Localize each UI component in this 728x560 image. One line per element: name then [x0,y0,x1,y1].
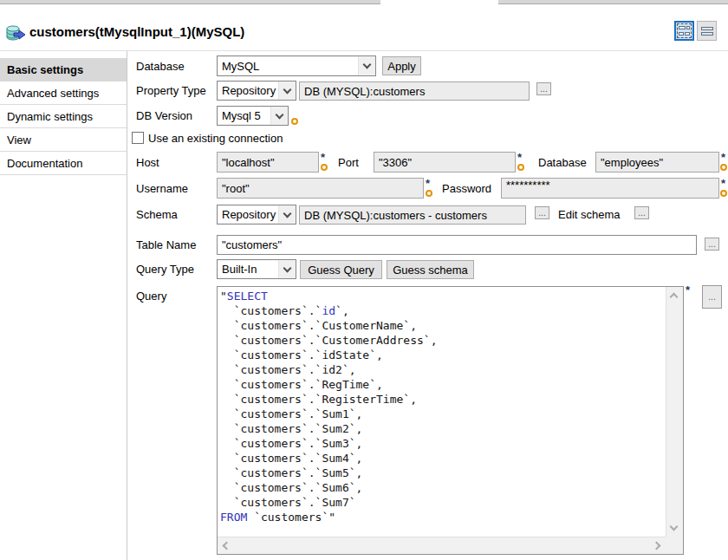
layout-table-toggle[interactable] [697,21,717,41]
schema-select[interactable]: Repository [217,205,296,225]
chevron-down-icon [278,260,296,278]
chevron-down-icon [278,81,296,100]
lightbulb-icon [321,164,328,171]
property-type-label: Property Type [136,81,206,101]
db-version-select-value: Mysql 5 [218,107,270,125]
username-label: Username [136,178,188,199]
apply-button[interactable]: Apply [382,56,421,75]
database-name-required-marker: * [721,152,725,163]
header-separator [0,50,728,51]
lightbulb-icon [720,190,727,197]
sidebar-item-basic-settings[interactable]: Basic settings [0,58,127,81]
schema-repository-value: DB (MYSQL):customers - customers [304,209,487,222]
password-required-marker: * [721,178,725,189]
guess-schema-button[interactable]: Guess schema [387,260,474,279]
port-value: "3306" [379,156,412,169]
scroll-down-icon[interactable] [670,523,679,531]
sidebar-item-label: View [7,133,31,147]
component-settings-panel: customers(tMysqlInput_1)(MySQL) Basic se… [0,0,728,560]
database-name-value: "employees" [601,156,663,169]
sidebar-item-advanced-settings[interactable]: Advanced settings [0,81,127,105]
username-field[interactable]: "root" [217,178,424,199]
chevron-down-icon [358,56,375,75]
query-text[interactable]: "SELECT `customers`.`id`, `customers`.`C… [218,287,666,537]
username-required-marker: * [426,178,430,189]
host-required-marker: * [321,152,325,163]
grid-layout-icon [679,26,690,36]
lightbulb-icon [291,118,298,125]
sidebar-item-view[interactable]: View [0,128,127,152]
property-repository-browse-button[interactable]: ... [536,82,551,95]
database-label: Database [136,55,185,76]
database-select[interactable]: MySQL [217,55,376,76]
guess-query-button[interactable]: Guess Query [300,260,382,279]
host-value: "localhost" [222,156,275,169]
table-name-field[interactable]: "customers" [217,235,697,255]
scroll-up-icon[interactable] [670,293,679,302]
component-icon [6,25,26,42]
sidebar-item-label: Basic settings [7,63,83,76]
scrollbar-corner [666,537,683,554]
schema-label: Schema [136,205,178,225]
query-horizontal-scrollbar[interactable] [218,537,666,554]
port-field[interactable]: "3306" [374,152,516,173]
edit-schema-button[interactable]: ... [634,206,649,219]
query-label: Query [136,286,166,305]
sidebar-item-dynamic-settings[interactable]: Dynamic settings [0,105,127,128]
query-vertical-scrollbar[interactable] [666,287,683,537]
query-type-label: Query Type [136,259,194,279]
database-name-field[interactable]: "employees" [595,152,719,173]
port-label: Port [338,152,359,173]
table-name-browse-button[interactable]: ... [705,238,719,251]
lightbulb-icon [426,190,432,197]
db-version-label: DB Version [136,106,192,126]
schema-repository-field[interactable]: DB (MYSQL):customers - customers [299,205,526,225]
table-layout-icon [701,27,713,36]
password-value: ********** [506,179,550,192]
property-repository-field[interactable]: DB (MYSQL):customers [299,81,530,101]
host-field[interactable]: "localhost" [217,152,319,173]
sidebar-item-documentation[interactable]: Documentation [0,152,127,175]
page-title: customers(tMysqlInput_1)(MySQL) [29,24,244,39]
top-tab-strip-left [0,0,380,4]
table-name-value: "customers" [222,238,282,251]
username-value: "root" [222,182,250,195]
query-type-select-value: Built-In [218,260,278,278]
scroll-left-icon[interactable] [223,542,231,550]
database-select-value: MySQL [218,56,358,75]
scroll-right-icon[interactable] [653,542,661,550]
schema-select-value: Repository [218,205,278,224]
layout-grid-toggle[interactable] [674,21,694,41]
schema-repository-browse-button[interactable]: ... [535,206,549,219]
sidebar-item-label: Documentation [7,157,82,170]
property-type-select[interactable]: Repository [217,81,296,101]
database-name-label: Database [538,152,587,173]
table-name-label: Table Name [136,235,196,255]
query-editor[interactable]: "SELECT `customers`.`id`, `customers`.`C… [217,286,684,555]
chevron-down-icon [278,205,296,224]
property-type-select-value: Repository [218,81,278,100]
port-required-marker: * [517,152,522,163]
lightbulb-icon [720,164,727,171]
sidebar-item-label: Dynamic settings [7,110,93,123]
use-existing-connection-label: Use an existing connection [148,127,283,148]
edit-schema-label: Edit schema [558,205,621,225]
chevron-down-icon [270,107,288,125]
query-type-select[interactable]: Built-In [217,259,296,279]
use-existing-connection-checkbox[interactable] [132,132,144,144]
lightbulb-icon [517,164,524,171]
password-field[interactable]: ********** [501,178,719,199]
query-required-marker: * [686,284,690,296]
sidebar-separator [127,51,127,560]
query-browse-button[interactable]: ... [702,285,722,309]
db-version-select[interactable]: Mysql 5 [217,106,289,126]
sidebar-item-label: Advanced settings [7,87,99,100]
property-repository-value: DB (MYSQL):customers [304,85,425,98]
password-label: Password [442,178,491,199]
top-tab-strip-right [498,0,728,4]
host-label: Host [136,152,159,173]
